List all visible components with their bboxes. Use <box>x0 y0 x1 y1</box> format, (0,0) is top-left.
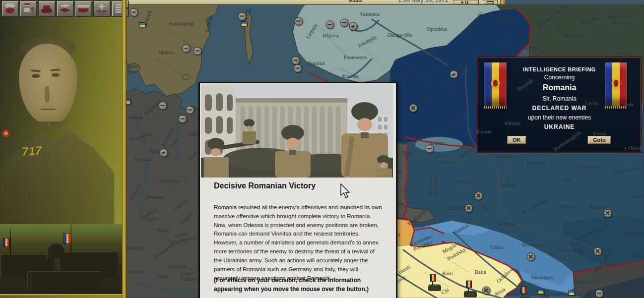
ukraine-unit-flag[interactable] <box>538 289 544 294</box>
ukraine-unit-flag[interactable] <box>241 21 248 26</box>
haze <box>0 224 122 241</box>
army-unit-counter[interactable] <box>294 64 302 73</box>
naval-forces-icon <box>75 1 92 16</box>
production-globe-button[interactable] <box>1 0 19 17</box>
sidebar-gold-line <box>0 294 123 296</box>
industry-icon[interactable] <box>475 192 483 200</box>
airbase-icon[interactable] <box>349 22 358 31</box>
airbase-icon[interactable] <box>160 149 168 157</box>
industry-icon[interactable] <box>527 253 535 261</box>
intelligence-report-icon <box>20 1 37 16</box>
portrait-tint <box>0 16 122 226</box>
briefing-subheading: Concerning <box>503 74 616 81</box>
industry-icon[interactable] <box>604 209 612 218</box>
naval-forces-button[interactable] <box>75 0 92 17</box>
air-forces-icon <box>57 1 73 16</box>
ukraine-unit-flag[interactable] <box>139 22 146 27</box>
event-body-text: Romania repulsed all the enemy's offensi… <box>214 203 384 283</box>
army-unit-counter[interactable] <box>426 145 434 153</box>
flag-pole <box>522 294 523 298</box>
battle-scenario-button[interactable] <box>93 0 111 17</box>
army-unit-counter[interactable] <box>295 17 303 26</box>
map-ghost-label: Gomel <box>477 128 492 134</box>
air-forces-button[interactable] <box>57 0 74 17</box>
industry-icon[interactable] <box>482 287 491 295</box>
event-title: Decisive Romanian Victory <box>214 181 316 190</box>
army-unit-counter[interactable] <box>159 102 167 110</box>
soldier-sprites <box>464 292 477 298</box>
romanian-flag <box>430 274 436 282</box>
map-ghost-label: y Oskol <box>624 145 642 151</box>
ukraine-unit-flag[interactable] <box>569 291 575 296</box>
army-unit-counter[interactable] <box>193 47 202 56</box>
flag-pole <box>468 288 469 292</box>
play-pause-button[interactable] <box>453 0 479 5</box>
briefing-heading: INTELLIGENCE BRIEFING <box>503 66 616 72</box>
main-toolbar <box>1 0 129 17</box>
sidebar-army-photo <box>0 224 122 294</box>
romanian-flag <box>466 281 472 288</box>
land-forces-button[interactable] <box>38 0 56 17</box>
industry-icon[interactable] <box>594 247 602 256</box>
event-window: Decisive Romanian Victory Romania repuls… <box>199 82 397 298</box>
menu-button[interactable] <box>482 0 498 5</box>
briefing-line-sir: Sir, Romania <box>503 95 616 102</box>
menu-lines-icon <box>487 1 494 5</box>
soldier-silhouette <box>47 243 64 258</box>
romania-flag-right <box>605 62 627 106</box>
resource-readout: 9333 <box>349 0 362 3</box>
map-ghost-label: Zheleznogorsk <box>552 129 582 152</box>
intelligence-report-button[interactable] <box>20 0 37 17</box>
briefing-line-declared-war: DECLARED WAR <box>503 105 616 112</box>
army-unit-counter[interactable] <box>130 8 138 17</box>
pause-icon <box>465 1 466 4</box>
army-unit-counter[interactable] <box>326 21 334 29</box>
map-ghost-label: Livny <box>585 100 598 106</box>
leader-portrait: 717 <box>0 16 122 226</box>
map-ghost-label: Klintsy <box>505 120 520 126</box>
play-icon <box>461 1 464 4</box>
army-unit-counter[interactable] <box>182 45 191 53</box>
event-footer-note: (For effects on your decision, check the… <box>214 276 385 294</box>
industry-icon[interactable] <box>409 104 418 113</box>
airbase-icon[interactable] <box>450 70 458 79</box>
romanian-army-stack[interactable] <box>428 274 441 291</box>
flag-pole <box>432 282 433 286</box>
left-sidebar: 717 <box>0 0 127 298</box>
game-date: 2:00 May 14, 1972 <box>398 0 449 3</box>
army-unit-counter[interactable] <box>179 115 187 123</box>
event-photo <box>201 84 393 178</box>
army-unit-counter[interactable] <box>186 106 194 115</box>
army-unit-counter[interactable] <box>292 57 300 65</box>
topbar-gold-divider <box>500 0 505 4</box>
game-screen: henburgJoenkopingKalmarMalmoVisbyupenage… <box>0 0 644 298</box>
top-status-bar: 9333 2:00 May 14, 1972 <box>127 0 505 5</box>
romania-flag-left <box>484 62 507 106</box>
industry-icon[interactable] <box>465 204 473 213</box>
army-unit-counter[interactable] <box>340 19 349 27</box>
romanian-army-stack[interactable] <box>464 281 477 298</box>
battle-scenario-icon <box>94 1 110 16</box>
sidebar-gold-border <box>122 0 127 298</box>
ukraine-unit-flag[interactable] <box>127 99 131 104</box>
briefing-line-upon: upon their new enemies <box>503 114 616 121</box>
map-ghost-label: Bryansk <box>516 77 534 93</box>
goto-button[interactable]: Goto <box>587 136 611 144</box>
land-forces-icon <box>39 1 55 16</box>
soldier-sprites <box>428 286 441 291</box>
briefing-line-enemy: UKRAINE <box>503 123 616 130</box>
tank-silhouette <box>27 271 102 291</box>
army-unit-counter[interactable] <box>595 290 604 298</box>
ok-button[interactable]: OK <box>507 136 526 144</box>
romanian-army-stack[interactable] <box>518 287 531 298</box>
briefing-country: Romania <box>503 83 616 92</box>
production-globe-icon <box>2 1 18 16</box>
army-unit-counter[interactable] <box>238 12 247 21</box>
intelligence-briefing-popup: BryanskKlintsyGomelLivnyYeletsKurskZhele… <box>478 57 641 152</box>
romanian-flag <box>520 287 526 294</box>
